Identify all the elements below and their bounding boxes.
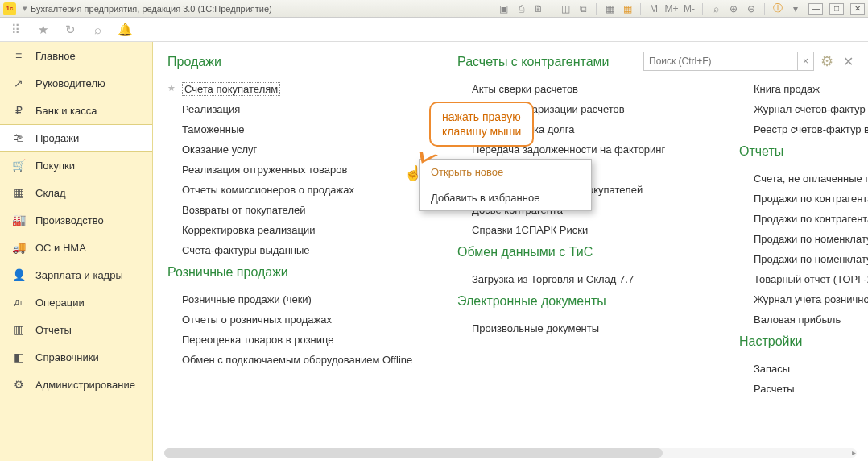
callout-line2: клавишу мыши <box>442 124 521 139</box>
link-invoices-issued[interactable]: Счета-фактуры выданные <box>167 240 425 260</box>
calendar-icon[interactable]: ▦ <box>621 2 634 15</box>
bell-icon[interactable]: 🔔 <box>118 23 132 37</box>
m-plus-icon[interactable]: M+ <box>665 2 678 15</box>
sidebar-item-bank[interactable]: ₽Банк и касса <box>0 97 152 124</box>
link-offline-equipment[interactable]: Обмен с подключаемым оборудованием Offli… <box>167 350 425 370</box>
link-sales-by-contr2[interactable]: Продажи по контрагентам <box>739 209 868 229</box>
truck-icon: 🚚 <box>11 241 26 254</box>
main-panel: × ⚙ ✕ Продажи Счета покупателям Реализац… <box>153 42 868 461</box>
ruble-icon: ₽ <box>11 104 26 117</box>
save-icon[interactable]: ▣ <box>497 2 510 15</box>
help-dd-icon[interactable]: ▾ <box>789 2 802 15</box>
sidebar-item-admin[interactable]: ⚙Администрирование <box>0 371 152 398</box>
sidebar-item-label: Справочники <box>35 351 99 363</box>
menu-icon: ≡ <box>11 49 26 62</box>
context-add-favorite[interactable]: Добавить в избранное <box>420 185 591 210</box>
sidebar-item-refs[interactable]: ◧Справочники <box>0 343 152 371</box>
link-sales-by-contr1[interactable]: Продажи по контрагентам <box>739 189 868 209</box>
sidebar-item-main[interactable]: ≡Главное <box>0 42 152 69</box>
maximize-button[interactable]: □ <box>829 3 844 15</box>
context-open-new[interactable]: Открыть новое <box>428 160 583 185</box>
link-sales-by-nom1[interactable]: Продажи по номенклатур <box>739 229 868 249</box>
scrollbar-thumb[interactable] <box>164 448 663 458</box>
sidebar-item-label: ОС и НМА <box>35 242 86 254</box>
link-returns[interactable]: Возвраты от покупателей <box>167 200 425 220</box>
gear-icon: ⚙ <box>11 378 26 391</box>
section-header-tis: Обмен данными с ТиС <box>457 245 707 260</box>
search-icon[interactable]: ⌕ <box>90 23 105 37</box>
section-header-edoc: Электронные документы <box>457 294 707 309</box>
context-menu: Открыть новое Добавить в избранное <box>419 159 592 211</box>
search-box: × <box>643 52 814 71</box>
link-sales-by-nom2[interactable]: Продажи по номенклатур <box>739 249 868 269</box>
panel-close-button[interactable]: ✕ <box>840 54 857 69</box>
nav-down-icon[interactable]: ⊖ <box>745 2 758 15</box>
link-services[interactable]: Оказание услуг <box>167 139 425 160</box>
sidebar-item-label: Банк и касса <box>35 105 97 117</box>
link-invoice-journal[interactable]: Журнал счетов-фактур <box>739 99 868 119</box>
panel-top-controls: × ⚙ ✕ <box>643 52 857 71</box>
m-minus-icon[interactable]: M- <box>683 2 696 15</box>
link-correction[interactable]: Корректировка реализации <box>167 220 425 240</box>
close-button[interactable]: ✕ <box>850 3 865 15</box>
search-clear-button[interactable]: × <box>797 52 813 70</box>
sidebar-item-production[interactable]: 🏭Производство <box>0 206 152 234</box>
compare-icon[interactable]: ◫ <box>559 2 572 15</box>
link-invoice-registry[interactable]: Реестр счетов-фактур вы <box>739 119 868 139</box>
column-1: Продажи Счета покупателям Реализация Там… <box>167 55 425 461</box>
link-commission-reports[interactable]: Отчеты комиссионеров о продажах <box>167 180 425 200</box>
search-input[interactable] <box>644 52 797 70</box>
sidebar-item-manager[interactable]: ↗Руководителю <box>0 69 152 97</box>
link-customer-invoices[interactable]: Счета покупателям <box>167 79 425 99</box>
sidebar-item-reports[interactable]: ▥Отчеты <box>0 316 152 343</box>
sidebar-item-hr[interactable]: 👤Зарплата и кадры <box>0 261 152 289</box>
link-arbitrary-docs[interactable]: Произвольные документы <box>457 318 707 338</box>
link-retail-journal[interactable]: Журнал учета розничной <box>739 289 868 309</box>
link-stocks[interactable]: Запасы <box>739 359 868 379</box>
link-retail-reports[interactable]: Отчеты о розничных продажах <box>167 309 425 330</box>
link-reconciliation[interactable]: Акты сверки расчетов <box>457 79 707 99</box>
preview-icon[interactable]: 🗎 <box>532 2 545 15</box>
history-icon[interactable]: ↻ <box>63 23 77 37</box>
minimize-button[interactable]: — <box>808 3 823 15</box>
link-unpaid[interactable]: Счета, не оплаченные по <box>739 168 868 189</box>
sidebar-item-sales[interactable]: 🛍Продажи <box>0 124 152 152</box>
sidebar-item-label: Продажи <box>35 132 79 144</box>
section-header-reports: Отчеты <box>739 144 868 159</box>
section-header-settings: Настройки <box>739 334 868 349</box>
link-load-tis[interactable]: Загрузка из Торговля и Склад 7.7 <box>457 269 707 289</box>
chart-up-icon: ↗ <box>11 77 26 89</box>
print-icon[interactable]: ⎙ <box>515 2 527 15</box>
m-icon[interactable]: M <box>647 2 660 15</box>
star-icon[interactable]: ★ <box>35 23 50 37</box>
section-header-sales: Продажи <box>167 55 425 69</box>
link-customs[interactable]: Таможенные <box>167 119 425 139</box>
horizontal-scrollbar[interactable]: ◂ ▸ <box>164 448 857 458</box>
link-shipped-goods[interactable]: Реализация отгруженных товаров <box>167 160 425 180</box>
link-revaluation[interactable]: Переоценка товаров в рознице <box>167 330 425 350</box>
link-sales-book[interactable]: Книга продаж <box>739 79 868 99</box>
sidebar-item-purchases[interactable]: 🛒Покупки <box>0 152 152 179</box>
link-calcs[interactable]: Расчеты <box>739 379 868 399</box>
sidebar-item-label: Руководителю <box>35 77 105 89</box>
help-icon[interactable]: ⓘ <box>771 2 784 15</box>
dropdown-icon[interactable]: ▾ <box>23 3 27 14</box>
sidebar-item-assets[interactable]: 🚚ОС и НМА <box>0 234 152 261</box>
search-tb-icon[interactable]: ⌕ <box>709 2 722 15</box>
main-toolbar: ⠿ ★ ↻ ⌕ 🔔 <box>0 18 868 42</box>
sidebar-item-operations[interactable]: ДтОперации <box>0 289 152 316</box>
link-torg29[interactable]: Товарный отчет (ТОРГ-29 <box>739 269 868 289</box>
link-retail-checks[interactable]: Розничные продажи (чеки) <box>167 289 425 309</box>
link-gross-profit[interactable]: Валовая прибыль <box>739 309 868 330</box>
settings-gear-icon[interactable]: ⚙ <box>820 52 833 70</box>
link-spark[interactable]: Справки 1СПАРК Риски <box>457 220 707 240</box>
nav-up-icon[interactable]: ⊕ <box>727 2 740 15</box>
apps-grid-icon[interactable]: ⠿ <box>8 23 23 37</box>
scroll-right-icon[interactable]: ▸ <box>849 448 858 458</box>
copy-icon[interactable]: ⧉ <box>577 2 589 15</box>
window-title: Бухгалтерия предприятия, редакция 3.0 (1… <box>31 4 272 14</box>
sidebar-item-warehouse[interactable]: ▦Склад <box>0 179 152 206</box>
sidebar-item-label: Покупки <box>35 160 75 172</box>
calc-icon[interactable]: ▦ <box>603 2 616 15</box>
link-realization[interactable]: Реализация <box>167 99 425 119</box>
